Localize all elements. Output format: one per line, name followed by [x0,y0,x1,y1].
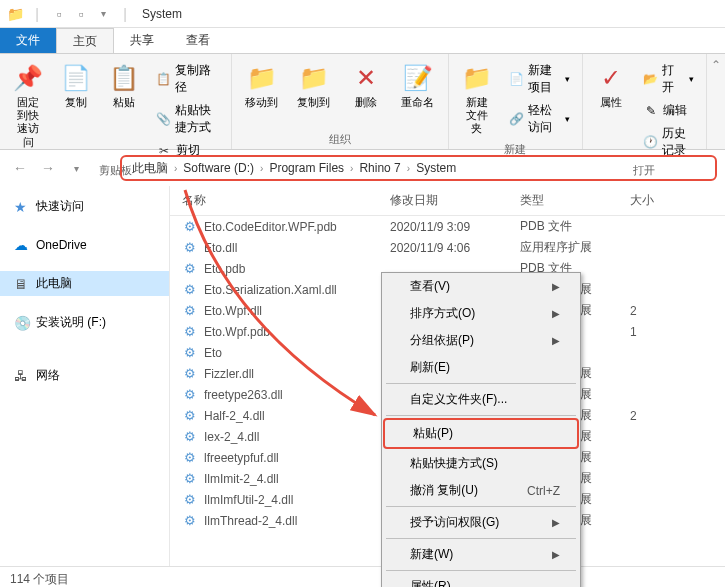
open-label: 打开 [662,62,683,96]
pin-button[interactable]: 📌 固定到快 速访问 [8,58,48,161]
cm-label: 粘贴快捷方式(S) [410,455,498,472]
open-button[interactable]: 📂打开▾ [639,60,698,98]
easy-icon: 🔗 [509,111,524,127]
sidebar-quick-access[interactable]: ★快速访问 [0,194,169,219]
back-button[interactable]: ← [8,156,32,180]
doc-icon[interactable]: ▫ [51,6,67,22]
pin-label: 固定到快 速访问 [12,96,44,149]
ribbon-group-organize: 📁移动到 📁复制到 ✕删除 📝重命名 组织 [232,54,449,149]
file-row[interactable]: ⚙Eto.CodeEditor.WPF.pdb2020/11/9 3:09PDB… [170,216,725,237]
recent-button[interactable]: ▾ [64,156,88,180]
cm-view[interactable]: 查看(V)▶ [382,273,580,300]
file-icon: ⚙ [182,345,198,361]
file-name: Eto.Wpf.dll [204,304,262,318]
cm-label: 授予访问权限(G) [410,514,499,531]
sb-label: 安装说明 (F:) [36,314,106,331]
cm-sort[interactable]: 排序方式(O)▶ [382,300,580,327]
rename-button[interactable]: 📝重命名 [396,58,440,130]
file-name: Eto.CodeEditor.WPF.pdb [204,220,337,234]
bc-0[interactable]: 此电脑 [130,160,170,177]
tab-view[interactable]: 查看 [170,28,226,53]
cm-separator [386,415,576,416]
paste-label: 粘贴 [113,96,135,109]
title-bar: 📁 | ▫ ▫ ▾ | System [0,0,725,28]
delete-label: 删除 [355,96,377,109]
bc-1[interactable]: Software (D:) [181,161,256,175]
chevron-icon: › [260,163,263,174]
tab-file[interactable]: 文件 [0,28,56,53]
move-to-button[interactable]: 📁移动到 [240,58,284,130]
cm-paste[interactable]: 粘贴(P) [383,418,579,449]
col-date-header[interactable]: 修改日期 [390,192,520,209]
newfolder-label: 新建 文件夹 [461,96,493,136]
bc-3[interactable]: Rhino 7 [357,161,402,175]
new-folder-button[interactable]: 📁新建 文件夹 [457,58,497,140]
expand-icon[interactable]: ⌃ [711,58,721,72]
easy-access-button[interactable]: 🔗轻松访问▾ [505,100,574,138]
new-item-button[interactable]: 📄新建项目▾ [505,60,574,98]
col-type-header[interactable]: 类型 [520,192,630,209]
chevron-right-icon: ▶ [552,335,560,346]
paste-button[interactable]: 📋 粘贴 [104,58,144,161]
properties-button[interactable]: ✓属性 [591,58,631,161]
copy-path-button[interactable]: 📋复制路径 [152,60,223,98]
drive-icon: 💿 [14,315,30,331]
paste-shortcut-label: 粘贴快捷方式 [175,102,219,136]
file-icon: ⚙ [182,513,198,529]
bc-4[interactable]: System [414,161,458,175]
newfolder-icon: 📁 [461,62,493,94]
cm-separator [386,538,576,539]
edit-icon: ✎ [643,103,659,119]
copy-to-button[interactable]: 📁复制到 [292,58,336,130]
ribbon: 📌 固定到快 速访问 📄 复制 📋 粘贴 📋复制路径 📎粘贴快捷方式 ✂剪切 剪… [0,54,725,150]
breadcrumb[interactable]: 此电脑› Software (D:)› Program Files› Rhino… [120,155,717,181]
cm-customize[interactable]: 自定义文件夹(F)... [382,386,580,413]
paste-shortcut-button[interactable]: 📎粘贴快捷方式 [152,100,223,138]
cm-undo[interactable]: 撤消 复制(U)Ctrl+Z [382,477,580,504]
cm-group[interactable]: 分组依据(P)▶ [382,327,580,354]
col-size-header[interactable]: 大小 [630,192,680,209]
chevron-right-icon: ▶ [552,549,560,560]
file-size: 1 [630,325,680,339]
cm-shortcut: Ctrl+Z [527,484,560,498]
ribbon-group-open: ✓属性 📂打开▾ ✎编辑 🕐历史记录 打开 [583,54,707,149]
cm-paste-shortcut[interactable]: 粘贴快捷方式(S) [382,450,580,477]
delete-button[interactable]: ✕删除 [344,58,388,130]
pc-icon: 🖥 [14,276,30,292]
col-name-header[interactable]: 名称 [170,192,390,209]
copy-button[interactable]: 📄 复制 [56,58,96,161]
up-button[interactable]: ↑ [92,156,116,180]
dropdown-icon[interactable]: ▾ [95,6,111,22]
sidebar-onedrive[interactable]: ☁OneDrive [0,233,169,257]
file-icon: ⚙ [182,282,198,298]
chevron-right-icon: ▶ [552,517,560,528]
file-icon: ⚙ [182,429,198,445]
doc-icon[interactable]: ▫ [73,6,89,22]
network-icon: 🖧 [14,368,30,384]
forward-button[interactable]: → [36,156,60,180]
cm-new[interactable]: 新建(W)▶ [382,541,580,568]
rename-icon: 📝 [402,62,434,94]
cloud-icon: ☁ [14,237,30,253]
file-row[interactable]: ⚙Eto.dll2020/11/9 4:06应用程序扩展 [170,237,725,258]
copyto-label: 复制到 [297,96,330,109]
file-type: 应用程序扩展 [520,239,630,256]
file-name: freetype263.dll [204,388,283,402]
copyto-icon: 📁 [298,62,330,94]
sidebar-network[interactable]: 🖧网络 [0,363,169,388]
copy-path-label: 复制路径 [175,62,219,96]
props-label: 属性 [600,96,622,109]
cm-refresh[interactable]: 刷新(E) [382,354,580,381]
file-date: 2020/11/9 4:06 [390,241,520,255]
cm-access[interactable]: 授予访问权限(G)▶ [382,509,580,536]
edit-button[interactable]: ✎编辑 [639,100,698,121]
sidebar-this-pc[interactable]: 🖥此电脑 [0,271,169,296]
cm-properties[interactable]: 属性(R) [382,573,580,587]
path-icon: 📋 [156,71,171,87]
sidebar-install-drive[interactable]: 💿安装说明 (F:) [0,310,169,335]
file-name: Eto.dll [204,241,237,255]
tab-share[interactable]: 共享 [114,28,170,53]
bc-2[interactable]: Program Files [267,161,346,175]
file-icon: ⚙ [182,261,198,277]
tab-home[interactable]: 主页 [56,28,114,53]
